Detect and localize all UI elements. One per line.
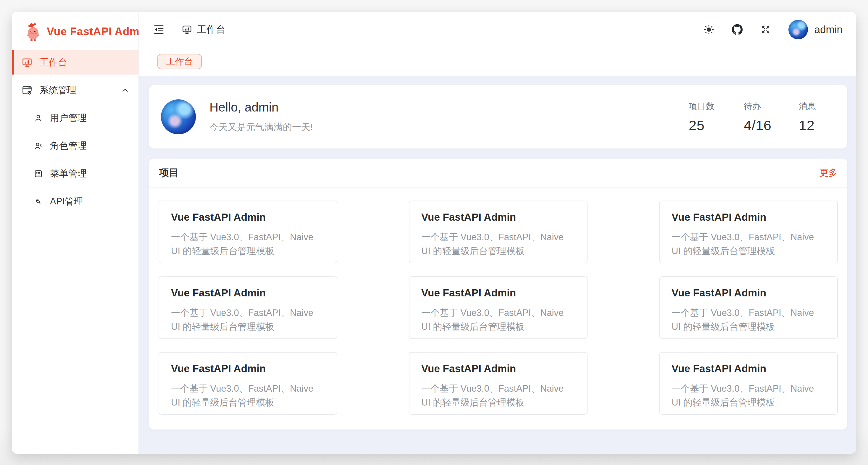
sidebar-item-label: 系统管理 <box>40 84 76 96</box>
project-card-title: Vue FastAPI Admin <box>672 287 826 299</box>
breadcrumb-label: 工作台 <box>197 23 225 36</box>
app-logo: Vue FastAPI Admin <box>12 12 138 50</box>
project-card-title: Vue FastAPI Admin <box>421 211 575 223</box>
project-card-title: Vue FastAPI Admin <box>672 363 826 374</box>
project-card-title: Vue FastAPI Admin <box>171 287 325 299</box>
stat-todos: 待办 4/16 <box>744 100 779 133</box>
stat-projects: 项目数 25 <box>689 100 724 133</box>
projects-panel: 项目 更多 Vue FastAPI Admin 一个基于 Vue3.0、Fast… <box>149 159 847 430</box>
project-card-description: 一个基于 Vue3.0、FastAPI、Naive UI 的轻量级后台管理模板 <box>421 230 575 258</box>
sidebar-item-label: 用户管理 <box>50 112 87 124</box>
stat-value: 4/16 <box>744 117 779 133</box>
github-icon <box>732 24 743 35</box>
project-card-title: Vue FastAPI Admin <box>672 211 826 223</box>
user-menu[interactable]: admin <box>788 20 842 39</box>
project-card[interactable]: Vue FastAPI Admin 一个基于 Vue3.0、FastAPI、Na… <box>659 276 838 339</box>
chevron-up-icon <box>121 86 130 95</box>
welcome-card: Hello, admin 今天又是元气满满的一天! 项目数 25 待办 4/16 <box>149 85 847 149</box>
sidebar-item-api[interactable]: API管理 <box>12 189 138 214</box>
breadcrumb[interactable]: 工作台 <box>182 23 225 36</box>
user-icon <box>34 114 43 123</box>
role-icon <box>34 142 43 151</box>
project-card-description: 一个基于 Vue3.0、FastAPI、Naive UI 的轻量级后台管理模板 <box>171 230 325 258</box>
project-card[interactable]: Vue FastAPI Admin 一个基于 Vue3.0、FastAPI、Na… <box>159 352 337 415</box>
user-avatar <box>788 20 808 39</box>
username: admin <box>814 24 842 35</box>
sidebar-menu: 工作台 系统管理 <box>12 50 138 217</box>
theme-sun-icon <box>703 24 714 35</box>
stats: 项目数 25 待办 4/16 消息 12 <box>689 100 834 133</box>
greeting-subtitle: 今天又是元气满满的一天! <box>210 121 313 133</box>
sidebar-item-users[interactable]: 用户管理 <box>12 106 138 130</box>
projects-title: 项目 <box>159 166 179 180</box>
project-card-title: Vue FastAPI Admin <box>171 363 325 374</box>
project-cards-grid: Vue FastAPI Admin 一个基于 Vue3.0、FastAPI、Na… <box>149 188 847 428</box>
tag-workbench[interactable]: 工作台 <box>157 54 202 69</box>
system-settings-icon <box>22 85 33 96</box>
project-card[interactable]: Vue FastAPI Admin 一个基于 Vue3.0、FastAPI、Na… <box>659 200 838 263</box>
project-card[interactable]: Vue FastAPI Admin 一个基于 Vue3.0、FastAPI、Na… <box>409 276 588 339</box>
project-card-title: Vue FastAPI Admin <box>421 287 575 299</box>
sidebar-item-workbench[interactable]: 工作台 <box>12 50 138 74</box>
stat-label: 项目数 <box>689 100 724 113</box>
plug-icon <box>34 197 43 206</box>
stat-label: 消息 <box>799 100 834 113</box>
app-window: Vue FastAPI Admin 工作台 <box>12 12 856 454</box>
content-area: Hello, admin 今天又是元气满满的一天! 项目数 25 待办 4/16 <box>139 76 856 454</box>
sidebar-item-label: 角色管理 <box>50 140 87 152</box>
menu-fold-icon <box>153 23 165 36</box>
sidebar-item-menus[interactable]: 菜单管理 <box>12 161 138 186</box>
project-card[interactable]: Vue FastAPI Admin 一个基于 Vue3.0、FastAPI、Na… <box>409 352 588 415</box>
welcome-avatar <box>161 99 196 134</box>
menu-list-icon <box>34 169 43 178</box>
greeting-text: Hello, admin <box>210 100 313 115</box>
more-link[interactable]: 更多 <box>819 167 837 179</box>
project-card-description: 一个基于 Vue3.0、FastAPI、Naive UI 的轻量级后台管理模板 <box>171 381 325 409</box>
sidebar-item-roles[interactable]: 角色管理 <box>12 134 138 158</box>
workbench-icon <box>22 57 33 68</box>
project-card-description: 一个基于 Vue3.0、FastAPI、Naive UI 的轻量级后台管理模板 <box>672 381 826 409</box>
project-card[interactable]: Vue FastAPI Admin 一个基于 Vue3.0、FastAPI、Na… <box>159 200 337 263</box>
project-card-title: Vue FastAPI Admin <box>421 363 575 374</box>
sidebar: Vue FastAPI Admin 工作台 <box>12 12 139 454</box>
project-card-description: 一个基于 Vue3.0、FastAPI、Naive UI 的轻量级后台管理模板 <box>421 306 575 334</box>
chick-logo-icon <box>25 22 41 41</box>
sidebar-item-label: API管理 <box>50 195 83 208</box>
project-card-description: 一个基于 Vue3.0、FastAPI、Naive UI 的轻量级后台管理模板 <box>672 306 826 334</box>
tags-bar: 工作台 <box>139 47 856 76</box>
project-card-title: Vue FastAPI Admin <box>171 211 325 223</box>
stat-label: 待办 <box>744 100 779 113</box>
workbench-icon <box>182 24 192 35</box>
project-card-description: 一个基于 Vue3.0、FastAPI、Naive UI 的轻量级后台管理模板 <box>672 230 826 258</box>
top-header: 工作台 <box>139 12 856 47</box>
sidebar-item-label: 工作台 <box>40 56 67 69</box>
project-card-description: 一个基于 Vue3.0、FastAPI、Naive UI 的轻量级后台管理模板 <box>421 381 575 409</box>
sidebar-collapse-button[interactable] <box>153 23 165 36</box>
project-card-description: 一个基于 Vue3.0、FastAPI、Naive UI 的轻量级后台管理模板 <box>171 306 325 334</box>
theme-toggle-button[interactable] <box>703 24 714 35</box>
fullscreen-expand-icon <box>760 24 771 35</box>
stat-value: 25 <box>689 117 724 133</box>
github-button[interactable] <box>732 24 743 35</box>
main-area: 工作台 <box>139 12 856 454</box>
stat-messages: 消息 12 <box>799 100 834 133</box>
stat-value: 12 <box>799 117 834 133</box>
screen: Vue FastAPI Admin 工作台 <box>0 0 868 465</box>
project-card[interactable]: Vue FastAPI Admin 一个基于 Vue3.0、FastAPI、Na… <box>659 352 838 415</box>
fullscreen-button[interactable] <box>760 24 771 35</box>
sidebar-item-system[interactable]: 系统管理 <box>12 78 138 102</box>
projects-panel-header: 项目 更多 <box>149 159 847 188</box>
project-card[interactable]: Vue FastAPI Admin 一个基于 Vue3.0、FastAPI、Na… <box>159 276 337 339</box>
header-actions: admin <box>703 20 842 39</box>
app-title: Vue FastAPI Admin <box>47 25 149 38</box>
sidebar-item-label: 菜单管理 <box>50 167 87 180</box>
project-card[interactable]: Vue FastAPI Admin 一个基于 Vue3.0、FastAPI、Na… <box>409 200 588 263</box>
